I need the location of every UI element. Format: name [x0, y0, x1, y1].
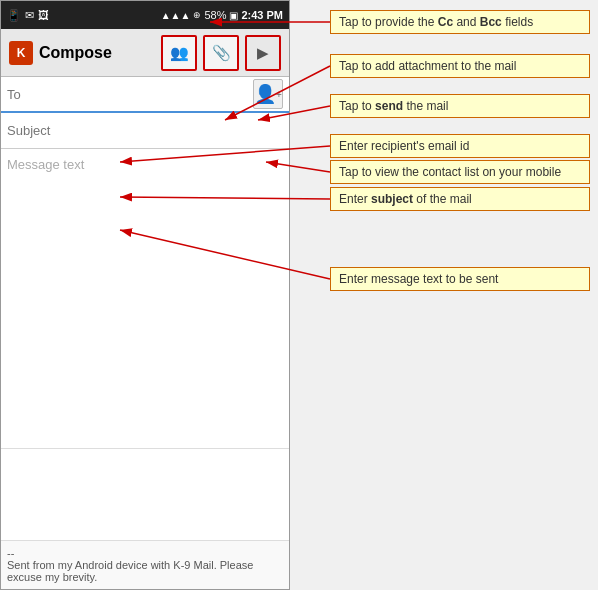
time-display: 2:43 PM — [241, 9, 283, 21]
annotation-subject: Enter subject of the mail — [330, 187, 590, 211]
wifi-icon: ⊕ — [193, 10, 201, 20]
app-icon: K — [9, 41, 33, 65]
contacts-button[interactable]: 👥 — [161, 35, 197, 71]
send-button[interactable]: ▶ — [245, 35, 281, 71]
message-placeholder: Message text — [7, 157, 84, 172]
subject-row — [1, 113, 289, 149]
compose-toolbar: K Compose 👥 📎 ▶ — [1, 29, 289, 77]
attach-button[interactable]: 📎 — [203, 35, 239, 71]
whatsapp-icon: 📱 — [7, 9, 21, 22]
annotation-recipient: Enter recipient's email id — [330, 134, 590, 158]
email-form: 👤+ Message text — [1, 77, 289, 449]
image-icon: 🖼 — [38, 9, 49, 21]
status-bar-left-icons: 📱 ✉ 🖼 — [7, 9, 49, 22]
annotation-cc-bcc: Tap to provide the Cc and Bcc fields — [330, 10, 590, 34]
subject-field[interactable] — [7, 123, 283, 138]
battery-level: 58% — [204, 9, 226, 21]
sim-icon: ▣ — [229, 10, 238, 21]
annotation-attachment: Tap to add attachment to the mail — [330, 54, 590, 78]
status-bar: 📱 ✉ 🖼 ▲▲▲ ⊕ 58% ▣ 2:43 PM — [1, 1, 289, 29]
sms-icon: ✉ — [25, 9, 34, 22]
annotation-message: Enter message text to be sent — [330, 267, 590, 291]
message-area[interactable]: Message text — [1, 149, 289, 449]
signal-icon: ▲▲▲ — [161, 10, 191, 21]
to-row: 👤+ — [1, 77, 289, 113]
status-bar-right-icons: ▲▲▲ ⊕ 58% ▣ 2:43 PM — [161, 9, 283, 21]
signature: --Sent from my Android device with K-9 M… — [1, 540, 289, 589]
toolbar-title: Compose — [39, 44, 155, 62]
phone-frame: 📱 ✉ 🖼 ▲▲▲ ⊕ 58% ▣ 2:43 PM K Compose 👥 📎 … — [0, 0, 290, 590]
annotation-send: Tap to send the mail — [330, 94, 590, 118]
signature-text: --Sent from my Android device with K-9 M… — [7, 547, 253, 583]
annotation-contact-list: Tap to view the contact list on your mob… — [330, 160, 590, 184]
to-field[interactable] — [7, 87, 253, 102]
add-contact-button[interactable]: 👤+ — [253, 79, 283, 109]
